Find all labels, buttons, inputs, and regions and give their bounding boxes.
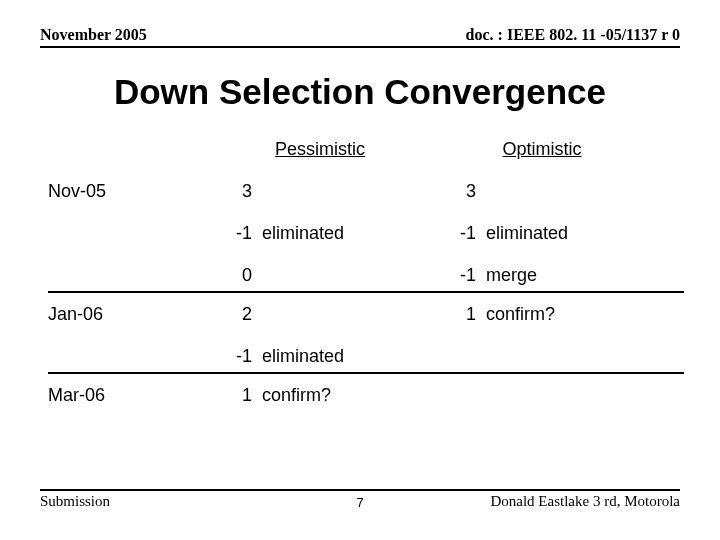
divider bbox=[48, 372, 684, 374]
pess-merge-n: 0 bbox=[208, 266, 262, 284]
opt-start-nov05: 3 bbox=[432, 182, 486, 200]
table-row: -1 eliminated bbox=[48, 347, 680, 369]
row-label-mar06: Mar-06 bbox=[48, 386, 208, 404]
divider bbox=[48, 291, 684, 293]
pess-start-nov05: 3 bbox=[208, 182, 262, 200]
table-row: -1 eliminated -1 eliminated bbox=[48, 224, 680, 246]
table-row: Nov-05 3 3 bbox=[48, 182, 680, 204]
pess-conf-t: confirm? bbox=[262, 386, 432, 404]
pess-conf-n: 1 bbox=[208, 386, 262, 404]
opt-merge-n: -1 bbox=[432, 266, 486, 284]
col-header-optimistic: Optimistic bbox=[452, 140, 632, 158]
pess-start-jan06: 2 bbox=[208, 305, 262, 323]
opt-elim-n: -1 bbox=[432, 224, 486, 242]
table-row: Mar-06 1 confirm? bbox=[48, 386, 680, 408]
opt-conf-t: confirm? bbox=[486, 305, 626, 323]
header-docnum: doc. : IEEE 802. 11 -05/1137 r 0 bbox=[466, 26, 680, 44]
page-number: 7 bbox=[0, 495, 720, 510]
pess-elim2-t: eliminated bbox=[262, 347, 432, 365]
doc-header: November 2005 doc. : IEEE 802. 11 -05/11… bbox=[40, 26, 680, 48]
slide-page: November 2005 doc. : IEEE 802. 11 -05/11… bbox=[0, 0, 720, 540]
row-label-nov05: Nov-05 bbox=[48, 182, 208, 200]
header-date: November 2005 bbox=[40, 26, 147, 44]
pess-elim2-n: -1 bbox=[208, 347, 262, 365]
convergence-table: Pessimistic Optimistic Nov-05 3 3 -1 eli… bbox=[40, 140, 680, 408]
pess-elim-n: -1 bbox=[208, 224, 262, 242]
pess-elim-t: eliminated bbox=[262, 224, 432, 242]
row-label-jan06: Jan-06 bbox=[48, 305, 208, 323]
opt-merge-t: merge bbox=[486, 266, 626, 284]
page-title: Down Selection Convergence bbox=[40, 72, 680, 112]
opt-conf-n: 1 bbox=[432, 305, 486, 323]
opt-elim-t: eliminated bbox=[486, 224, 626, 242]
table-row: 0 -1 merge bbox=[48, 266, 680, 288]
column-headers: Pessimistic Optimistic bbox=[48, 140, 680, 162]
table-row: Jan-06 2 1 confirm? bbox=[48, 305, 680, 327]
col-header-pessimistic: Pessimistic bbox=[188, 140, 452, 158]
